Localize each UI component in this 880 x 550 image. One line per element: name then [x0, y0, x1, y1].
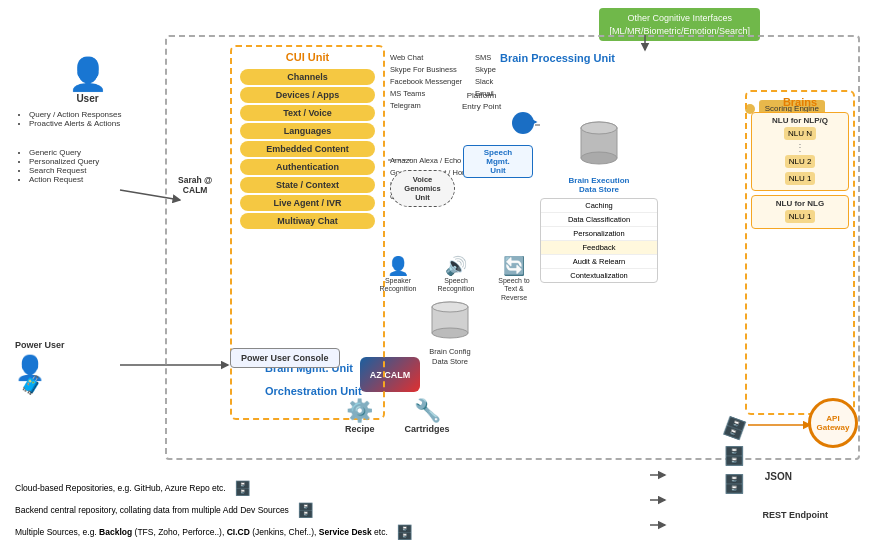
brain-processing-label: Brain Processing Unit: [500, 52, 615, 64]
recipe-label: Recipe: [345, 424, 375, 434]
nlu-nlg-section: NLU for NLG NLU 1: [751, 195, 849, 229]
rest-endpoint-label: REST Endpoint: [763, 510, 829, 520]
user-bullet-5: Search Request: [29, 166, 160, 175]
user-area: 👤 User Query / Action Responses Proactiv…: [15, 55, 160, 184]
nlu-nlg-title: NLU for NLG: [755, 199, 845, 208]
nlu-nlpq-section: NLU for NLP/Q NLU N ⋮ NLU 2 NLU 1: [751, 112, 849, 191]
brain-config-label: Brain ConfigData Store: [405, 347, 495, 367]
cui-title: CUI Unit: [232, 51, 383, 63]
speech-recognition-icon: 🔊: [436, 255, 476, 277]
languages-btn[interactable]: Languages: [240, 123, 376, 139]
bottom-icon-2: 🗄️: [723, 445, 745, 467]
bottom-right-icons: 🗄️ 🗄️ 🗄️: [723, 417, 745, 495]
nlu-2-item: NLU 2: [755, 153, 845, 170]
user-bullet-3: Generic Query: [29, 148, 160, 157]
brain-exec-feedback: Feedback: [541, 241, 657, 255]
power-user-label: Power User: [15, 340, 65, 350]
power-user-area: Power User 👤 🧳: [15, 340, 65, 404]
recipe-item: ⚙️ Recipe: [345, 398, 375, 434]
channels-btn[interactable]: Channels: [240, 69, 376, 85]
text-voice-btn[interactable]: Text / Voice: [240, 105, 376, 121]
brain-config-db-icon: [430, 300, 470, 345]
speech-mgmt-title: SpeechMgmt.Unit: [466, 148, 530, 175]
orchestration-label: Orchestration Unit: [265, 385, 362, 397]
brain-exec-items: Caching Data Classification Personalizat…: [540, 198, 658, 283]
api-gateway-circle: APIGateway: [808, 398, 858, 448]
speech-recognition-icon-item: 🔊 SpeechRecognition: [436, 255, 476, 302]
brain-exec-audit: Audit & Relearn: [541, 255, 657, 269]
bottom-section: Cloud-based Repositories, e.g. GitHub, A…: [15, 480, 680, 540]
bottom-icon-3: 🗄️: [723, 473, 745, 495]
state-context-btn[interactable]: State / Context: [240, 177, 376, 193]
bottom-row-2-text: Backend central repository, collating da…: [15, 505, 289, 515]
cartridges-item: 🔧 Cartridges: [405, 398, 450, 434]
user-bullet-4: Personalized Query: [29, 157, 160, 166]
bottom-row-2: Backend central repository, collating da…: [15, 502, 680, 518]
brain-exec-area: Brain ExecutionData Store Caching Data C…: [540, 120, 658, 283]
user-bullet-6: Action Request: [29, 175, 160, 184]
brain-exec-contextualization: Contextualization: [541, 269, 657, 282]
speech-text-label: Speech toText &Reverse: [494, 277, 534, 302]
nlu-dots: ⋮: [755, 142, 845, 153]
api-gateway-area: APIGateway: [808, 398, 858, 448]
icons-row: 👤 SpeakerRecognition 🔊 SpeechRecognition…: [378, 255, 534, 302]
bottom-row-3-icon: 🗄️: [396, 524, 413, 540]
orch-items-area: ⚙️ Recipe 🔧 Cartridges: [345, 398, 450, 434]
speech-recognition-label: SpeechRecognition: [436, 277, 476, 294]
nlu-nlpq-title: NLU for NLP/Q: [755, 116, 845, 125]
brains-title: Brains: [747, 96, 853, 108]
diagram-container: Other Cognitive Interfaces [ML/MR/Biomet…: [0, 0, 880, 550]
devices-apps-btn[interactable]: Devices / Apps: [240, 87, 376, 103]
platform-entry-dot: [512, 112, 534, 134]
voice-genomics-title: VoiceGenomicsUnit: [393, 175, 452, 202]
svg-point-18: [432, 302, 468, 312]
user-icon: 👤: [15, 55, 160, 93]
cartridges-icon: 🔧: [405, 398, 450, 424]
user-label: User: [15, 93, 160, 104]
voice-genomics-box: VoiceGenomicsUnit: [390, 170, 455, 207]
bottom-row-1: Cloud-based Repositories, e.g. GitHub, A…: [15, 480, 680, 496]
brain-exec-classification: Data Classification: [541, 213, 657, 227]
user-bullet-2: Proactive Alerts & Actions: [29, 119, 160, 128]
authentication-btn[interactable]: Authentication: [240, 159, 376, 175]
platform-entry-label: PlatformEntry Point: [462, 90, 501, 112]
brain-config-area: Brain ConfigData Store: [405, 300, 495, 367]
speaker-recognition-icon-item: 👤 SpeakerRecognition: [378, 255, 418, 302]
user-bullet-1: Query / Action Responses: [29, 110, 160, 119]
sarah-area: AZ CALM Sarah @CALM: [178, 172, 212, 195]
svg-point-13: [581, 152, 617, 164]
power-user-briefcase-icon: 🧳: [20, 374, 70, 396]
brain-exec-personalization: Personalization: [541, 227, 657, 241]
speech-mgmt-box: SpeechMgmt.Unit: [463, 145, 533, 178]
speech-text-icon-item: 🔄 Speech toText &Reverse: [494, 255, 534, 302]
multiway-chat-btn[interactable]: Multiway Chat: [240, 213, 376, 229]
brains-box: Brains NLU for NLP/Q NLU N ⋮ NLU 2 NLU 1…: [745, 90, 855, 415]
recipe-icon: ⚙️: [345, 398, 375, 424]
db-svg: [579, 120, 619, 170]
user-bullets-2: Generic Query Personalized Query Search …: [15, 148, 160, 184]
speaker-recognition-label: SpeakerRecognition: [378, 277, 418, 294]
cognitive-interfaces-title: Other Cognitive Interfaces: [609, 12, 750, 25]
bottom-row-3: Multiple Sources, e.g. Backlog (TFS, Zoh…: [15, 524, 680, 540]
sarah-label: Sarah @CALM: [178, 175, 212, 195]
svg-point-14: [581, 122, 617, 134]
bottom-row-2-icon: 🗄️: [297, 502, 314, 518]
bottom-row-1-icon: 🗄️: [234, 480, 251, 496]
power-console-box[interactable]: Power User Console: [230, 348, 340, 368]
brain-exec-title: Brain ExecutionData Store: [540, 176, 658, 194]
svg-point-17: [432, 328, 468, 338]
speaker-recognition-icon: 👤: [378, 255, 418, 277]
channel-list-left: Web Chat Skype For Business Facebook Mes…: [390, 52, 462, 112]
json-label: JSON: [765, 471, 792, 482]
cartridges-label: Cartridges: [405, 424, 450, 434]
bottom-row-1-text: Cloud-based Repositories, e.g. GitHub, A…: [15, 483, 226, 493]
nlu-nlg-1-item: NLU 1: [755, 208, 845, 225]
embedded-content-btn[interactable]: Embedded Content: [240, 141, 376, 157]
user-bullets-1: Query / Action Responses Proactive Alert…: [15, 110, 160, 128]
brain-exec-caching: Caching: [541, 199, 657, 213]
bottom-icon-1: 🗄️: [720, 414, 748, 442]
live-agent-btn[interactable]: Live Agent / IVR: [240, 195, 376, 211]
nlu-1-item: NLU 1: [755, 170, 845, 187]
brain-exec-db-icon: [540, 120, 658, 172]
nlu-n-item: NLU N: [755, 125, 845, 142]
